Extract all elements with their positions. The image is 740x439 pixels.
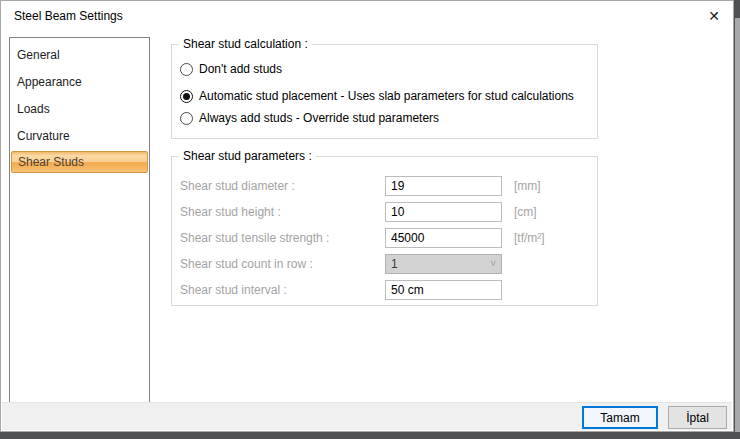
- ok-button[interactable]: Tamam: [582, 406, 658, 429]
- field-unit: [cm]: [514, 202, 537, 222]
- cancel-button[interactable]: İptal: [668, 406, 727, 429]
- radio-option-label: Don't add studs: [199, 62, 282, 76]
- param-row-count-in-row: Shear stud count in row : 1 ˅: [172, 254, 597, 274]
- sidebar-item-shear-studs[interactable]: Shear Studs: [11, 151, 148, 173]
- shear-stud-height-input[interactable]: [385, 202, 502, 222]
- shear-stud-tensile-strength-input[interactable]: [385, 228, 502, 248]
- radio-option-dont-add-studs[interactable]: Don't add studs: [180, 61, 282, 77]
- close-button[interactable]: ✕: [699, 2, 729, 30]
- shear-stud-count-dropdown[interactable]: 1 ˅: [385, 254, 502, 274]
- shear-stud-interval-input[interactable]: [385, 280, 502, 300]
- field-unit: [mm]: [514, 176, 541, 196]
- sidebar-item-appearance[interactable]: Appearance: [10, 68, 149, 95]
- field-label: Shear stud count in row :: [180, 254, 313, 274]
- settings-category-list: General Appearance Loads Curvature Shear…: [9, 37, 150, 403]
- field-label: Shear stud diameter :: [180, 176, 295, 196]
- radio-option-automatic-stud-placement[interactable]: Automatic stud placement - Uses slab par…: [180, 88, 574, 104]
- background-strip-right: [735, 18, 740, 439]
- radio-option-always-add-studs[interactable]: Always add studs - Override stud paramet…: [180, 110, 439, 126]
- background-strip-bottom: [0, 432, 740, 439]
- dialog-footer: Tamam İptal: [2, 402, 732, 430]
- field-label: Shear stud height :: [180, 202, 281, 222]
- group-title: Shear stud calculation :: [179, 37, 312, 51]
- chevron-down-icon: ˅: [490, 258, 496, 269]
- field-label: Shear stud interval :: [180, 280, 287, 300]
- steel-beam-settings-dialog: Steel Beam Settings ✕ General Appearance…: [0, 0, 734, 432]
- titlebar: Steel Beam Settings ✕: [1, 1, 733, 32]
- radio-unchecked-icon[interactable]: [180, 63, 193, 76]
- param-row-diameter: Shear stud diameter : [mm]: [172, 176, 597, 196]
- field-label: Shear stud tensile strength :: [180, 228, 329, 248]
- radio-checked-icon[interactable]: [180, 90, 193, 103]
- shear-stud-calculation-group: Shear stud calculation : Don't add studs…: [171, 44, 598, 139]
- sidebar-item-loads[interactable]: Loads: [10, 95, 149, 122]
- param-row-interval: Shear stud interval :: [172, 280, 597, 300]
- param-row-height: Shear stud height : [cm]: [172, 202, 597, 222]
- group-title: Shear stud parameters :: [179, 149, 316, 163]
- screen: Steel Beam Settings ✕ General Appearance…: [0, 0, 740, 439]
- window-title: Steel Beam Settings: [14, 9, 123, 23]
- dropdown-selected-value: 1: [391, 257, 398, 271]
- shear-stud-parameters-group: Shear stud parameters : Shear stud diame…: [171, 156, 598, 306]
- shear-stud-diameter-input[interactable]: [385, 176, 502, 196]
- radio-unchecked-icon[interactable]: [180, 112, 193, 125]
- sidebar-item-general[interactable]: General: [10, 41, 149, 68]
- radio-option-label: Always add studs - Override stud paramet…: [199, 111, 439, 125]
- close-icon: ✕: [708, 8, 720, 24]
- field-unit: [tf/m²]: [514, 228, 545, 248]
- radio-option-label: Automatic stud placement - Uses slab par…: [199, 89, 574, 103]
- sidebar-item-curvature[interactable]: Curvature: [10, 122, 149, 149]
- param-row-tensile-strength: Shear stud tensile strength : [tf/m²]: [172, 228, 597, 248]
